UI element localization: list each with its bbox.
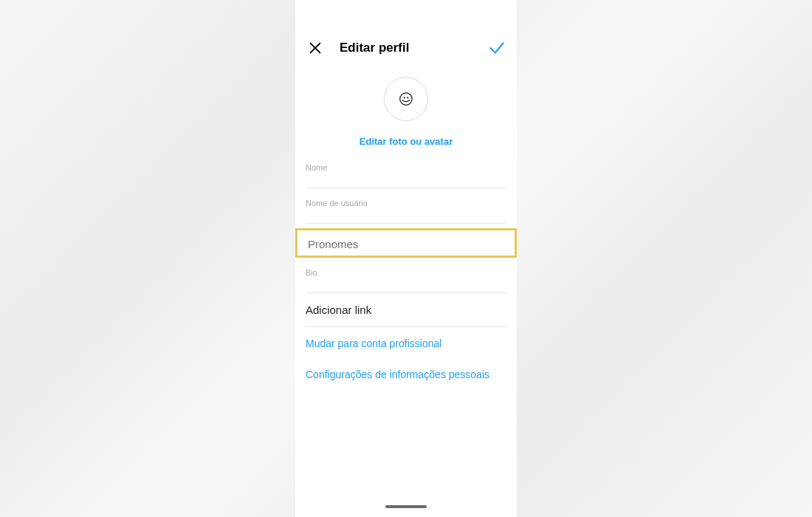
name-field[interactable]: Nome: [306, 153, 506, 188]
username-input[interactable]: [306, 208, 506, 224]
close-icon: [307, 40, 323, 56]
avatar-section: Editar foto ou avatar: [295, 66, 517, 153]
pronouns-field-highlight[interactable]: Pronomes: [295, 228, 517, 258]
svg-point-3: [404, 97, 405, 98]
username-field[interactable]: Nome de usuário: [306, 188, 506, 224]
edit-photo-link[interactable]: Editar foto ou avatar: [359, 136, 453, 147]
check-icon: [487, 38, 506, 58]
username-label: Nome de usuário: [306, 188, 506, 208]
name-label: Nome: [306, 153, 506, 172]
close-button[interactable]: [304, 37, 326, 59]
svg-point-4: [407, 97, 408, 98]
pronouns-label: Pronomes: [308, 238, 358, 250]
avatar[interactable]: [384, 77, 428, 121]
bio-field[interactable]: Bio: [306, 258, 506, 293]
bio-input[interactable]: [306, 277, 506, 293]
bio-label: Bio: [306, 258, 506, 277]
switch-pro-account-link[interactable]: Mudar para conta profissional: [306, 327, 506, 354]
personal-info-settings-link[interactable]: Configurações de informações pessoais: [306, 354, 506, 385]
confirm-button[interactable]: [486, 37, 508, 59]
page-title: Editar perfil: [340, 41, 486, 55]
profile-form: Nome Nome de usuário Pronomes Bio Adicio…: [295, 153, 517, 385]
svg-point-2: [400, 93, 413, 106]
add-link-button[interactable]: Adicionar link: [306, 293, 506, 327]
home-indicator[interactable]: [385, 505, 427, 508]
name-input[interactable]: [306, 172, 506, 188]
header-bar: Editar perfil: [295, 0, 517, 66]
avatar-placeholder-icon: [398, 91, 414, 107]
phone-frame: Editar perfil Editar foto ou avatar Nome…: [295, 0, 517, 517]
